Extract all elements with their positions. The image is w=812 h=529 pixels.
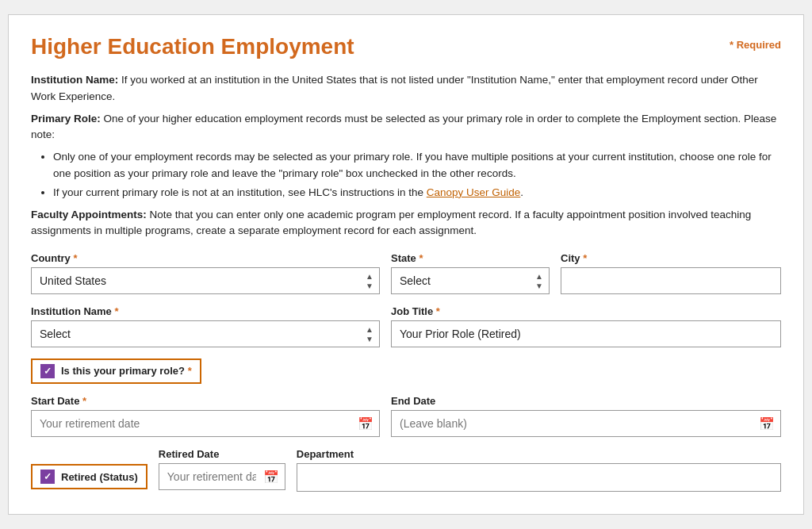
retired-date-input[interactable] — [159, 463, 285, 490]
institution-select[interactable]: Select — [31, 320, 380, 347]
primary-role-text: One of your higher education employment … — [31, 113, 776, 140]
state-group: State * Select ▲ ▼ — [391, 252, 550, 294]
department-group: Department — [297, 448, 781, 492]
primary-role-checkbox-label: Is this your primary role? * — [61, 365, 192, 377]
country-state-city-row: Country * United States ▲ ▼ State * — [31, 252, 781, 294]
primary-role-checkbox[interactable]: ✓ — [40, 364, 55, 378]
start-date-group: Start Date * 📅 — [31, 395, 380, 437]
country-select[interactable]: United States — [31, 267, 380, 294]
state-label: State * — [391, 252, 550, 264]
primary-role-label: Primary Role: — [31, 113, 101, 125]
primary-role-bullets: Only one of your employment records may … — [53, 149, 781, 201]
retired-status-label: Retired (Status) — [61, 471, 138, 483]
end-date-group: End Date 📅 — [391, 395, 781, 437]
jobtitle-input[interactable] — [391, 320, 781, 347]
department-label: Department — [297, 448, 781, 460]
state-select[interactable]: Select — [391, 267, 550, 294]
retired-status-checkbox[interactable]: ✓ — [40, 470, 55, 484]
page-title: Higher Education Employment — [31, 34, 354, 59]
bullet-1: Only one of your employment records may … — [53, 149, 781, 182]
end-date-input[interactable] — [391, 410, 781, 437]
jobtitle-label: Job Title * — [391, 305, 781, 317]
end-date-label: End Date — [391, 395, 781, 407]
institution-group: Institution Name * Select ▲ ▼ — [31, 305, 380, 347]
info-section: Institution Name: If you worked at an in… — [31, 72, 781, 239]
department-input[interactable] — [297, 463, 781, 492]
institution-select-wrapper[interactable]: Select ▲ ▼ — [31, 320, 380, 347]
end-date-wrapper: 📅 — [391, 410, 781, 437]
page-header: Higher Education Employment * Required — [31, 34, 781, 59]
bullet-2: If your current primary role is not at a… — [53, 185, 781, 201]
institution-name-field-label: Institution Name * — [31, 305, 380, 317]
start-date-label: Start Date * — [31, 395, 380, 407]
start-date-wrapper: 📅 — [31, 410, 380, 437]
primary-role-info: Primary Role: One of your higher educati… — [31, 111, 781, 144]
institution-info: Institution Name: If you worked at an in… — [31, 72, 781, 105]
retired-status-checkbox-wrapper[interactable]: ✓ Retired (Status) — [31, 464, 147, 489]
jobtitle-group: Job Title * — [391, 305, 781, 347]
retired-checkmark-icon: ✓ — [44, 471, 52, 482]
checkmark-icon: ✓ — [44, 366, 52, 377]
required-label: * Required — [730, 39, 781, 51]
country-select-wrapper[interactable]: United States ▲ ▼ — [31, 267, 380, 294]
institution-name-text: If you worked at an institution in the U… — [31, 74, 758, 102]
country-group: Country * United States ▲ ▼ — [31, 252, 380, 294]
retired-date-wrapper: 📅 — [159, 463, 285, 490]
primary-role-checkbox-wrapper[interactable]: ✓ Is this your primary role? * — [31, 358, 201, 384]
institution-jobtitle-row: Institution Name * Select ▲ ▼ Job Title … — [31, 305, 781, 347]
retired-date-group: Retired Date 📅 — [159, 448, 285, 490]
bottom-row: ✓ Retired (Status) Retired Date 📅 Depart… — [31, 448, 781, 492]
start-date-input[interactable] — [31, 410, 380, 437]
city-group: City * — [561, 252, 781, 294]
primary-role-row: ✓ Is this your primary role? * — [31, 358, 781, 384]
faculty-label: Faculty Appointments: — [31, 209, 147, 220]
retired-date-label: Retired Date — [159, 448, 285, 460]
faculty-info: Faculty Appointments: Note that you can … — [31, 207, 781, 240]
form-section: Country * United States ▲ ▼ State * — [31, 252, 781, 492]
canopy-user-guide-link[interactable]: Canopy User Guide — [427, 186, 521, 198]
page-container: Higher Education Employment * Required I… — [8, 14, 804, 514]
city-label: City * — [561, 252, 781, 264]
institution-name-label: Institution Name: — [31, 74, 118, 86]
dates-row: Start Date * 📅 End Date 📅 — [31, 395, 781, 437]
city-input[interactable] — [561, 267, 781, 294]
state-select-wrapper[interactable]: Select ▲ ▼ — [391, 267, 550, 294]
country-label: Country * — [31, 252, 380, 264]
